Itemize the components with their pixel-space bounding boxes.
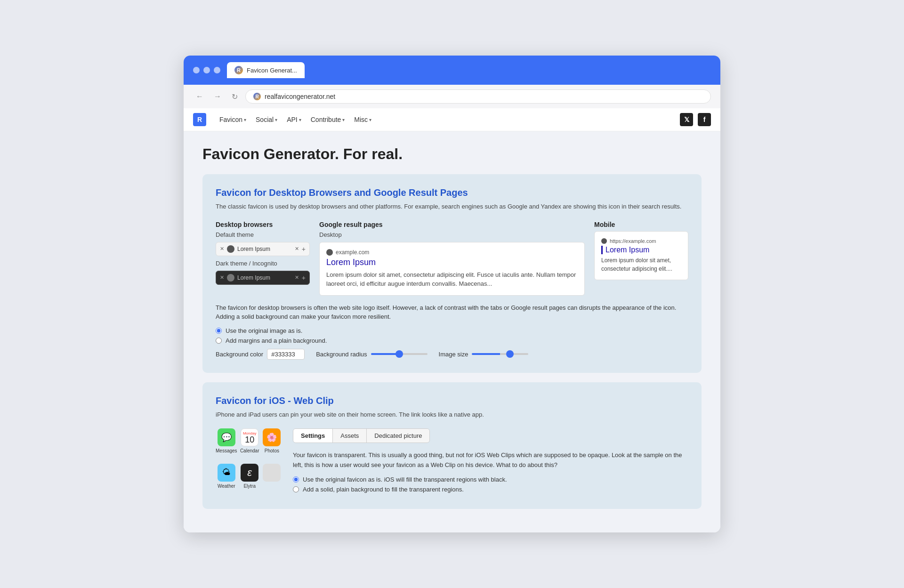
img-size-slider-container <box>472 353 528 355</box>
ios-app-elytra: ε Elytra <box>240 464 259 496</box>
nav-links: Favicon ▾ Social ▾ API ▾ Contribute ▾ Mi… <box>216 114 670 125</box>
img-size-label: Image size <box>439 351 468 358</box>
desktop-section-title: Favicon for Desktop Browsers and Google … <box>216 187 688 198</box>
google-link[interactable]: Lorem Ipsum <box>326 258 578 267</box>
ios-radio-original[interactable]: Use the original favicon as is. iOS will… <box>293 476 688 483</box>
navbar-social: 𝕏 f <box>680 113 711 126</box>
google-url-row: example.com <box>326 249 578 256</box>
ios-section-desc: iPhone and iPad users can pin your web s… <box>216 410 688 419</box>
nav-contribute[interactable]: Contribute ▾ <box>307 114 349 125</box>
url-favicon: R <box>253 93 261 100</box>
desktop-browsers-col: Desktop browsers Default theme ✕ Lorem I… <box>216 221 310 296</box>
back-button[interactable]: ← <box>193 90 206 103</box>
ios-radio-bg-input[interactable] <box>293 486 299 492</box>
bg-radius-control: Background radius <box>316 351 427 358</box>
dark-tab-text: Lorem Ipsum <box>237 274 292 281</box>
ios-photos-icon: 🌸 <box>263 428 281 446</box>
tab-close-x[interactable]: ✕ <box>220 246 224 252</box>
mobile-link[interactable]: Lorem Ipsum <box>601 246 681 254</box>
ios-desc: Your favicon is transparent. This is usu… <box>293 451 688 470</box>
facebook-icon[interactable]: f <box>698 113 711 126</box>
tab-label: Favicon Generat... <box>247 67 297 74</box>
ios-tab-assets[interactable]: Assets <box>333 429 367 443</box>
ios-radio-bg-label: Add a solid, plain background to fill th… <box>303 486 464 493</box>
traffic-light-minimize[interactable] <box>203 67 210 73</box>
google-preview: example.com Lorem Ipsum Lorem ipsum dolo… <box>319 242 585 296</box>
mobile-url-text: https://example.com <box>610 238 656 244</box>
ios-calendar-icon: Monday10 <box>241 428 258 446</box>
browser-window: R Favicon Generat... ← → ↻ R realfavicon… <box>184 56 720 532</box>
address-bar: ← → ↻ R realfavicongenerator.net <box>184 85 720 108</box>
ios-app-photos: 🌸 Photos <box>262 428 282 460</box>
desktop-browsers-label: Desktop browsers <box>216 221 310 228</box>
twitter-icon[interactable]: 𝕏 <box>680 113 693 126</box>
radio-bg-input[interactable] <box>216 338 222 344</box>
dark-tab-plus[interactable]: + <box>302 274 306 282</box>
ios-radio-original-input[interactable] <box>293 476 299 483</box>
bg-controls: Background color Background radius Image… <box>216 349 688 360</box>
bg-color-control: Background color <box>216 349 305 360</box>
ios-section-title: Favicon for iOS - Web Clip <box>216 395 688 406</box>
nav-api[interactable]: API ▾ <box>283 114 305 125</box>
options-desc: The favicon for desktop browsers is ofte… <box>216 303 688 322</box>
default-tab-text: Lorem Ipsum <box>237 246 292 252</box>
bg-radius-slider[interactable] <box>371 353 428 355</box>
img-size-slider[interactable] <box>472 353 528 355</box>
ios-tab-dedicated-picture[interactable]: Dedicated picture <box>367 429 429 443</box>
desktop-section: Favicon for Desktop Browsers and Google … <box>202 174 702 373</box>
tab-close-btn[interactable]: ✕ <box>295 246 299 252</box>
contribute-caret: ▾ <box>342 117 345 122</box>
traffic-light-maximize[interactable] <box>214 67 220 73</box>
ios-elytra-label: Elytra <box>243 483 256 489</box>
bg-radius-label: Background radius <box>316 351 367 358</box>
title-bar: R Favicon Generat... <box>184 56 720 85</box>
ios-weather-icon: 🌤 <box>218 464 235 482</box>
tab-icon-default <box>227 245 234 253</box>
forward-button[interactable]: → <box>211 90 224 103</box>
mobile-url-icon <box>601 238 607 244</box>
nav-favicon[interactable]: Favicon ▾ <box>216 114 250 125</box>
ios-settings-panel: Settings Assets Dedicated picture Your f… <box>293 428 688 496</box>
ios-weather-label: Weather <box>218 483 235 489</box>
ios-app-placeholder <box>262 464 282 496</box>
nav-social[interactable]: Social ▾ <box>252 114 281 125</box>
api-caret: ▾ <box>299 117 301 122</box>
mobile-snippet: Lorem ipsum dolor sit amet, consectetur … <box>601 256 681 273</box>
page-title: Favicon Generator. For real. <box>202 145 702 163</box>
desktop-section-desc: The classic favicon is used by desktop b… <box>216 202 688 211</box>
dark-tab-close-x[interactable]: ✕ <box>220 274 224 281</box>
mobile-preview: https://example.com Lorem Ipsum Lorem ip… <box>594 231 688 280</box>
ios-app-messages: 💬 Messages <box>216 428 237 460</box>
ios-app-calendar: Monday10 Calendar <box>240 428 259 460</box>
refresh-button[interactable]: ↻ <box>229 90 241 103</box>
ios-messages-icon: 💬 <box>218 428 235 446</box>
google-result-col: Google result pages Desktop example.com … <box>319 221 585 296</box>
misc-caret: ▾ <box>369 117 371 122</box>
social-caret: ▾ <box>275 117 277 122</box>
dark-tab-icon <box>227 274 234 282</box>
ios-elytra-icon: ε <box>241 464 258 482</box>
google-label: Google result pages <box>319 221 585 228</box>
browser-tab[interactable]: R Favicon Generat... <box>227 62 305 78</box>
google-url-text: example.com <box>336 249 369 256</box>
ios-calendar-label: Calendar <box>240 448 259 453</box>
traffic-light-close[interactable] <box>193 67 200 73</box>
dark-tab-close-btn[interactable]: ✕ <box>295 274 299 281</box>
google-desktop-label: Desktop <box>319 231 585 238</box>
default-tab-mock: ✕ Lorem Ipsum ✕ + <box>216 242 310 256</box>
mobile-url-row: https://example.com <box>601 238 681 244</box>
navbar: R Favicon ▾ Social ▾ API ▾ Contribute ▾ … <box>184 108 720 131</box>
radio-bg[interactable]: Add margins and a plain background. <box>216 337 688 344</box>
ios-radio-bg[interactable]: Add a solid, plain background to fill th… <box>293 486 688 493</box>
navbar-brand[interactable]: R <box>193 113 206 126</box>
radio-original[interactable]: Use the original image as is. <box>216 327 688 334</box>
bg-color-input[interactable] <box>267 349 305 360</box>
url-bar[interactable]: R realfavicongenerator.net <box>245 89 711 104</box>
ios-section: Favicon for iOS - Web Clip iPhone and iP… <box>202 382 702 509</box>
nav-misc[interactable]: Misc ▾ <box>350 114 375 125</box>
ios-radio-original-label: Use the original favicon as is. iOS will… <box>303 476 507 483</box>
tab-plus-btn[interactable]: + <box>302 245 306 253</box>
ios-icons-grid: 💬 Messages Monday10 Calendar 🌸 Photos 🌤 … <box>216 428 282 496</box>
ios-tab-settings[interactable]: Settings <box>293 429 333 443</box>
radio-original-input[interactable] <box>216 328 222 334</box>
